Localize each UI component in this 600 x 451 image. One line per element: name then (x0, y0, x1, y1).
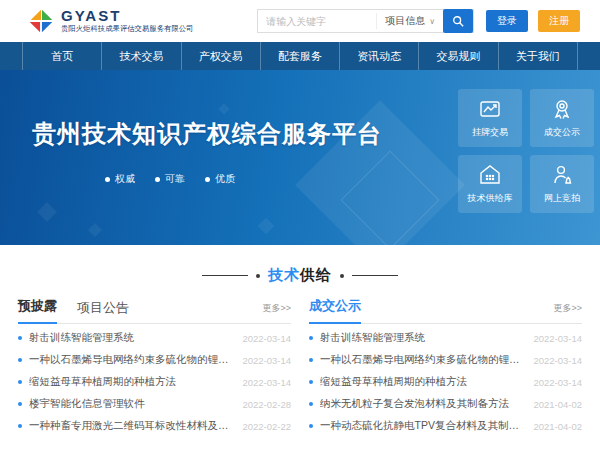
list-item[interactable]: 一种动态硫化抗静电TPV复合材料及其制备... 2021-04-02 (309, 415, 582, 437)
list-item[interactable]: 纳米无机粒子复合发泡材料及其制备方法 2021-04-02 (309, 393, 582, 415)
search-input[interactable] (258, 10, 376, 32)
medal-icon (550, 97, 574, 121)
item-title: 一种以石墨烯导电网络约束多硫化物的锂硫电... (29, 353, 232, 367)
feature-label: 可靠 (165, 172, 185, 186)
bullet-icon (309, 402, 313, 406)
dot-icon (205, 177, 210, 182)
register-button[interactable]: 注册 (538, 10, 580, 32)
bullet-icon (18, 424, 22, 428)
list-item[interactable]: 楼宇智能化信息管理软件 2022-02-28 (18, 393, 291, 415)
hero-content: 贵州技术知识产权综合服务平台 权威 可靠 优质 (32, 118, 308, 186)
decorative-diamond (258, 218, 275, 235)
list-item[interactable]: 一种以石墨烯导电网络约束多硫化物的锂硫电... 2022-03-14 (309, 349, 582, 371)
tab-pre-disclosure[interactable]: 预披露 (18, 297, 57, 324)
decorative-diamond (37, 202, 57, 222)
item-title: 一种动态硫化抗静电TPV复合材料及其制备... (320, 419, 523, 433)
panel-pre-disclosure: 预披露 项目公告 更多>> 射击训练智能管理系统 2022-03-14 一种以石… (18, 297, 291, 437)
divider-line (202, 275, 248, 276)
list-item[interactable]: 射击训练智能管理系统 2022-03-14 (18, 327, 291, 349)
tab-project-announcement[interactable]: 项目公告 (77, 299, 129, 324)
item-title: 纳米无机粒子复合发泡材料及其制备方法 (320, 397, 523, 411)
bullet-icon (18, 358, 22, 362)
search-button[interactable] (443, 9, 473, 33)
list-item[interactable]: 缩短益母草种植周期的种植方法 2022-03-14 (18, 371, 291, 393)
section-title-highlight: 技术 (268, 266, 300, 283)
feature-item: 权威 (105, 172, 135, 186)
nav-item-news[interactable]: 资讯动态 (339, 42, 418, 70)
search-category-select[interactable]: 项目信息 ∨ (376, 13, 443, 29)
feature-item: 可靠 (155, 172, 185, 186)
company-name: 贵阳火炬科技成果评估交易服务有限公司 (61, 25, 193, 33)
chevron-down-icon: ∨ (429, 17, 435, 26)
feature-label: 优质 (215, 172, 235, 186)
list-item[interactable]: 一种以石墨烯导电网络约束多硫化物的锂硫电... 2022-03-14 (18, 349, 291, 371)
item-title: 射击训练智能管理系统 (320, 331, 523, 345)
quick-link-listing-trade[interactable]: 挂牌交易 (458, 89, 522, 147)
top-header: GYAST 贵阳火炬科技成果评估交易服务有限公司 项目信息 ∨ 登录 注册 (0, 0, 600, 42)
search-box: 项目信息 ∨ (257, 9, 474, 33)
quick-link-deal-announcement[interactable]: 成交公示 (530, 89, 594, 147)
item-title: 缩短益母草种植周期的种植方法 (320, 375, 523, 389)
nav-item-trade-rules[interactable]: 交易规则 (418, 42, 497, 70)
quick-link-tech-supply-library[interactable]: 技术供给库 (458, 155, 522, 213)
item-date: 2022-03-14 (533, 377, 582, 388)
quick-link-label: 挂牌交易 (472, 126, 508, 139)
bullet-icon (18, 336, 22, 340)
section-title-text: 技术供给 (268, 266, 332, 285)
panel-title-deal-announcement: 成交公示 (309, 297, 361, 324)
more-link[interactable]: 更多>> (262, 302, 291, 323)
item-title: 一种以石墨烯导电网络约束多硫化物的锂硫电... (320, 353, 523, 367)
hero-banner: 贵州技术知识产权综合服务平台 权威 可靠 优质 挂牌交易 (0, 70, 600, 245)
item-title: 楼宇智能化信息管理软件 (29, 397, 232, 411)
feature-item: 优质 (205, 172, 235, 186)
page: GYAST 贵阳火炬科技成果评估交易服务有限公司 项目信息 ∨ 登录 注册 (0, 0, 600, 451)
item-date: 2022-03-14 (242, 377, 291, 388)
nav-item-support-services[interactable]: 配套服务 (260, 42, 339, 70)
bullet-icon (309, 424, 313, 428)
list-item[interactable]: 射击训练智能管理系统 2022-03-14 (309, 327, 582, 349)
item-title: 射击训练智能管理系统 (29, 331, 232, 345)
nav-item-property-trade[interactable]: 产权交易 (181, 42, 260, 70)
item-title: 缩短益母草种植周期的种植方法 (29, 375, 232, 389)
hero-title: 贵州技术知识产权综合服务平台 (32, 118, 308, 150)
list-item[interactable]: 缩短益母草种植周期的种植方法 2022-03-14 (309, 371, 582, 393)
logo-name: GYAST (61, 8, 205, 25)
quick-link-online-auction[interactable]: 网上竞拍 (530, 155, 594, 213)
item-date: 2022-03-14 (533, 333, 582, 344)
divider-line (352, 275, 398, 276)
listing-chart-icon (478, 97, 502, 121)
dot-icon (105, 177, 110, 182)
main-nav: 首页 技术交易 产权交易 配套服务 资讯动态 交易规则 关于我们 (0, 42, 600, 70)
warehouse-icon (478, 163, 502, 187)
search-category-value: 项目信息 (385, 14, 425, 28)
item-date: 2021-04-02 (533, 421, 582, 432)
auction-bidder-icon (550, 163, 574, 187)
section-title-inner: 技术供给 (202, 266, 398, 285)
section-title-rest: 供给 (300, 266, 332, 283)
bullet-icon (309, 358, 313, 362)
logo[interactable]: GYAST 贵阳火炬科技成果评估交易服务有限公司 (26, 6, 205, 36)
logo-texts: GYAST 贵阳火炬科技成果评估交易服务有限公司 (61, 8, 205, 33)
panel-head: 预披露 项目公告 更多>> (18, 297, 291, 324)
nav-item-about-us[interactable]: 关于我们 (498, 42, 578, 70)
feature-label: 权威 (115, 172, 135, 186)
search-icon (452, 15, 464, 27)
pinwheel-logo-icon (26, 6, 56, 36)
dot-icon (256, 274, 260, 278)
bullet-icon (309, 380, 313, 384)
nav-item-tech-trade[interactable]: 技术交易 (101, 42, 180, 70)
item-date: 2022-02-28 (242, 399, 291, 410)
item-date: 2022-03-14 (242, 333, 291, 344)
quick-link-label: 技术供给库 (468, 192, 513, 205)
login-button[interactable]: 登录 (486, 10, 528, 32)
pre-disclosure-list: 射击训练智能管理系统 2022-03-14 一种以石墨烯导电网络约束多硫化物的锂… (18, 327, 291, 437)
nav-item-home[interactable]: 首页 (22, 42, 101, 70)
list-item[interactable]: 一种种畜专用激光二维码耳标改性材料及制备... 2022-02-22 (18, 415, 291, 437)
more-link[interactable]: 更多>> (553, 302, 582, 323)
item-date: 2022-03-14 (533, 355, 582, 366)
quick-link-label: 成交公示 (544, 126, 580, 139)
decorative-diamond (218, 103, 229, 114)
panel-head: 成交公示 更多>> (309, 297, 582, 324)
dot-icon (155, 177, 160, 182)
bullet-icon (309, 336, 313, 340)
